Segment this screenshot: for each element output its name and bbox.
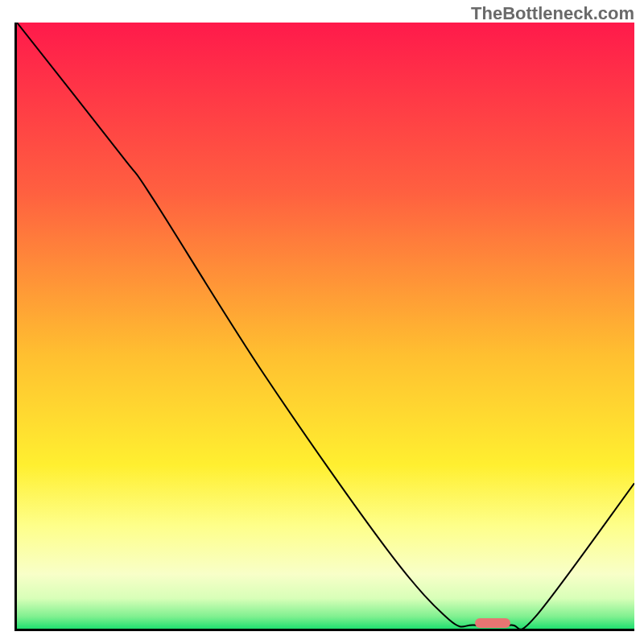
optimal-marker [475, 618, 510, 628]
watermark-text: TheBottleneck.com [471, 3, 634, 24]
curve-line [17, 23, 634, 629]
chart-plot-area [14, 23, 634, 631]
